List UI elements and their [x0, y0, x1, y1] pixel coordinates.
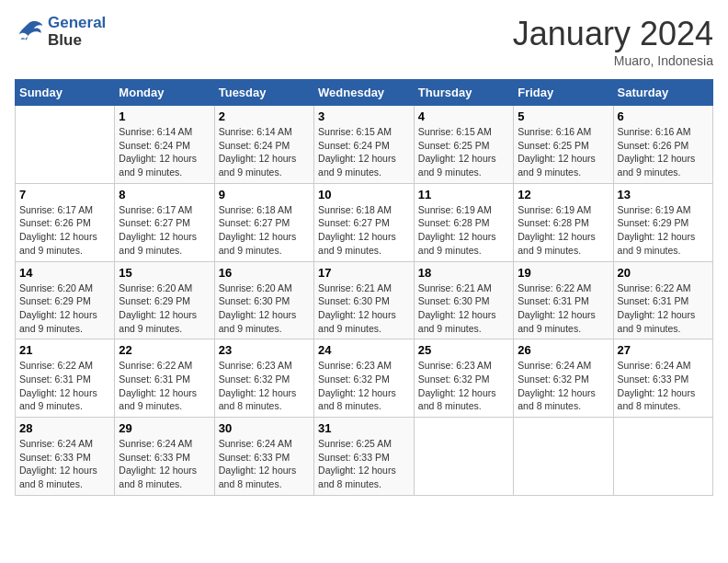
col-monday: Monday	[115, 80, 214, 106]
month-title: January 2024	[513, 15, 713, 53]
cell-info: Sunrise: 6:23 AMSunset: 6:32 PMDaylight:…	[418, 360, 496, 411]
day-number: 6	[618, 109, 709, 123]
cell-info: Sunrise: 6:14 AMSunset: 6:24 PMDaylight:…	[119, 126, 197, 178]
calendar-cell: 22Sunrise: 6:22 AMSunset: 6:31 PMDayligh…	[115, 339, 214, 418]
calendar-cell	[514, 418, 613, 496]
calendar-table: Sunday Monday Tuesday Wednesday Thursday…	[15, 79, 713, 496]
day-number: 15	[119, 266, 210, 280]
cell-info: Sunrise: 6:17 AMSunset: 6:27 PMDaylight:…	[119, 204, 197, 256]
cell-info: Sunrise: 6:24 AMSunset: 6:33 PMDaylight:…	[119, 438, 197, 489]
cell-info: Sunrise: 6:18 AMSunset: 6:27 PMDaylight:…	[318, 204, 396, 256]
day-number: 30	[219, 421, 310, 435]
cell-info: Sunrise: 6:20 AMSunset: 6:29 PMDaylight:…	[119, 282, 197, 334]
calendar-header: Sunday Monday Tuesday Wednesday Thursday…	[16, 80, 713, 106]
cell-info: Sunrise: 6:24 AMSunset: 6:33 PMDaylight:…	[219, 438, 297, 489]
header-row: Sunday Monday Tuesday Wednesday Thursday…	[16, 80, 713, 106]
day-number: 24	[318, 343, 410, 357]
col-friday: Friday	[514, 80, 613, 106]
day-number: 26	[518, 343, 609, 357]
cell-info: Sunrise: 6:25 AMSunset: 6:33 PMDaylight:…	[318, 438, 396, 489]
calendar-cell: 28Sunrise: 6:24 AMSunset: 6:33 PMDayligh…	[16, 418, 115, 496]
day-number: 18	[418, 266, 509, 280]
day-number: 17	[318, 266, 410, 280]
calendar-cell: 15Sunrise: 6:20 AMSunset: 6:29 PMDayligh…	[115, 261, 214, 339]
day-number: 28	[19, 421, 110, 435]
calendar-cell: 11Sunrise: 6:19 AMSunset: 6:28 PMDayligh…	[414, 183, 513, 261]
calendar-cell: 5Sunrise: 6:16 AMSunset: 6:25 PMDaylight…	[514, 106, 613, 184]
calendar-cell: 30Sunrise: 6:24 AMSunset: 6:33 PMDayligh…	[214, 418, 313, 496]
cell-info: Sunrise: 6:22 AMSunset: 6:31 PMDaylight:…	[19, 360, 97, 411]
cell-info: Sunrise: 6:22 AMSunset: 6:31 PMDaylight:…	[618, 282, 696, 334]
calendar-cell: 2Sunrise: 6:14 AMSunset: 6:24 PMDaylight…	[214, 106, 313, 184]
calendar-cell: 10Sunrise: 6:18 AMSunset: 6:27 PMDayligh…	[314, 183, 415, 261]
day-number: 22	[119, 343, 210, 357]
calendar-week-5: 28Sunrise: 6:24 AMSunset: 6:33 PMDayligh…	[16, 418, 713, 496]
col-thursday: Thursday	[414, 80, 513, 106]
cell-info: Sunrise: 6:21 AMSunset: 6:30 PMDaylight:…	[418, 282, 496, 334]
cell-info: Sunrise: 6:15 AMSunset: 6:24 PMDaylight:…	[318, 126, 396, 178]
cell-info: Sunrise: 6:24 AMSunset: 6:32 PMDaylight:…	[518, 360, 596, 411]
cell-info: Sunrise: 6:21 AMSunset: 6:30 PMDaylight:…	[318, 282, 396, 334]
cell-info: Sunrise: 6:19 AMSunset: 6:29 PMDaylight:…	[618, 204, 696, 256]
calendar-week-2: 7Sunrise: 6:17 AMSunset: 6:26 PMDaylight…	[16, 183, 713, 261]
day-number: 2	[219, 109, 310, 123]
day-number: 3	[318, 109, 410, 123]
cell-info: Sunrise: 6:19 AMSunset: 6:28 PMDaylight:…	[518, 204, 596, 256]
day-number: 16	[219, 266, 310, 280]
cell-info: Sunrise: 6:16 AMSunset: 6:26 PMDaylight:…	[618, 126, 696, 178]
day-number: 25	[418, 343, 509, 357]
calendar-cell: 24Sunrise: 6:23 AMSunset: 6:32 PMDayligh…	[314, 339, 415, 418]
day-number: 12	[518, 188, 609, 201]
calendar-cell: 29Sunrise: 6:24 AMSunset: 6:33 PMDayligh…	[115, 418, 214, 496]
calendar-cell: 6Sunrise: 6:16 AMSunset: 6:26 PMDaylight…	[613, 106, 712, 184]
cell-info: Sunrise: 6:23 AMSunset: 6:32 PMDaylight:…	[219, 360, 297, 411]
calendar-week-1: 1Sunrise: 6:14 AMSunset: 6:24 PMDaylight…	[16, 106, 713, 184]
calendar-week-4: 21Sunrise: 6:22 AMSunset: 6:31 PMDayligh…	[16, 339, 713, 418]
cell-info: Sunrise: 6:24 AMSunset: 6:33 PMDaylight:…	[19, 438, 97, 489]
col-wednesday: Wednesday	[314, 80, 415, 106]
calendar-cell: 1Sunrise: 6:14 AMSunset: 6:24 PMDaylight…	[115, 106, 214, 184]
day-number: 1	[119, 109, 210, 123]
calendar-cell: 23Sunrise: 6:23 AMSunset: 6:32 PMDayligh…	[214, 339, 313, 418]
title-block: January 2024 Muaro, Indonesia	[513, 15, 713, 68]
calendar-cell: 12Sunrise: 6:19 AMSunset: 6:28 PMDayligh…	[514, 183, 613, 261]
cell-info: Sunrise: 6:20 AMSunset: 6:29 PMDaylight:…	[19, 282, 97, 334]
cell-info: Sunrise: 6:16 AMSunset: 6:25 PMDaylight:…	[518, 126, 596, 178]
day-number: 27	[618, 343, 709, 357]
calendar-cell: 25Sunrise: 6:23 AMSunset: 6:32 PMDayligh…	[414, 339, 513, 418]
calendar-cell: 16Sunrise: 6:20 AMSunset: 6:30 PMDayligh…	[214, 261, 313, 339]
day-number: 10	[318, 188, 410, 201]
cell-info: Sunrise: 6:14 AMSunset: 6:24 PMDaylight:…	[219, 126, 297, 178]
cell-info: Sunrise: 6:20 AMSunset: 6:30 PMDaylight:…	[219, 282, 297, 334]
calendar-cell: 19Sunrise: 6:22 AMSunset: 6:31 PMDayligh…	[514, 261, 613, 339]
day-number: 7	[19, 188, 110, 201]
cell-info: Sunrise: 6:23 AMSunset: 6:32 PMDaylight:…	[318, 360, 396, 411]
day-number: 29	[119, 421, 210, 435]
calendar-cell: 3Sunrise: 6:15 AMSunset: 6:24 PMDaylight…	[314, 106, 415, 184]
cell-info: Sunrise: 6:22 AMSunset: 6:31 PMDaylight:…	[518, 282, 596, 334]
page-header: General Blue January 2024 Muaro, Indones…	[15, 15, 713, 68]
calendar-cell	[613, 418, 712, 496]
cell-info: Sunrise: 6:18 AMSunset: 6:27 PMDaylight:…	[219, 204, 297, 256]
day-number: 5	[518, 109, 609, 123]
calendar-cell: 31Sunrise: 6:25 AMSunset: 6:33 PMDayligh…	[314, 418, 415, 496]
location-subtitle: Muaro, Indonesia	[513, 53, 713, 68]
day-number: 11	[418, 188, 509, 201]
calendar-cell: 7Sunrise: 6:17 AMSunset: 6:26 PMDaylight…	[16, 183, 115, 261]
calendar-cell: 13Sunrise: 6:19 AMSunset: 6:29 PMDayligh…	[613, 183, 712, 261]
calendar-cell: 9Sunrise: 6:18 AMSunset: 6:27 PMDaylight…	[214, 183, 313, 261]
logo: General Blue	[15, 15, 106, 49]
day-number: 23	[219, 343, 310, 357]
cell-info: Sunrise: 6:19 AMSunset: 6:28 PMDaylight:…	[418, 204, 496, 256]
calendar-cell: 14Sunrise: 6:20 AMSunset: 6:29 PMDayligh…	[16, 261, 115, 339]
cell-info: Sunrise: 6:17 AMSunset: 6:26 PMDaylight:…	[19, 204, 97, 256]
calendar-cell: 4Sunrise: 6:15 AMSunset: 6:25 PMDaylight…	[414, 106, 513, 184]
day-number: 20	[618, 266, 709, 280]
day-number: 31	[318, 421, 410, 435]
day-number: 21	[19, 343, 110, 357]
calendar-cell: 20Sunrise: 6:22 AMSunset: 6:31 PMDayligh…	[613, 261, 712, 339]
calendar-week-3: 14Sunrise: 6:20 AMSunset: 6:29 PMDayligh…	[16, 261, 713, 339]
cell-info: Sunrise: 6:24 AMSunset: 6:33 PMDaylight:…	[618, 360, 696, 411]
calendar-cell	[414, 418, 513, 496]
calendar-cell: 21Sunrise: 6:22 AMSunset: 6:31 PMDayligh…	[16, 339, 115, 418]
